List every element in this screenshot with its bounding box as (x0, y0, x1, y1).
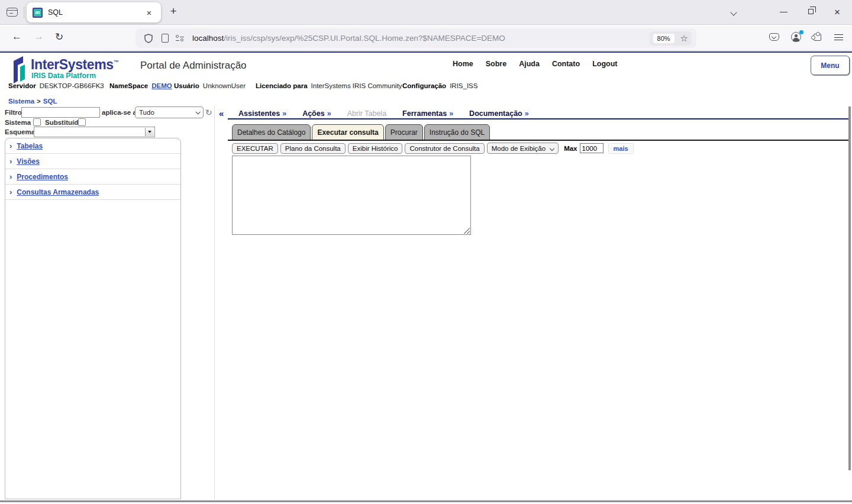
zoom-level-badge[interactable]: 80% (653, 34, 674, 43)
applies-to-select[interactable]: Tudo (135, 106, 204, 118)
menu-acoes[interactable]: Ações» (302, 109, 331, 118)
system-label: Sistema (5, 119, 31, 126)
schema-combobox[interactable] (34, 127, 155, 137)
breadcrumb: Sistema>SQL (8, 98, 57, 105)
url-host: localhost (192, 34, 224, 43)
firefox-view-icon[interactable] (7, 8, 18, 17)
chevron-right-icon: › (9, 141, 12, 150)
double-arrow-icon: » (525, 109, 529, 118)
address-bar[interactable]: localhost/iris_iss/csp/sys/exp/%25CSP.UI… (135, 28, 696, 48)
query-plan-button[interactable]: Plano da Consulta (280, 143, 346, 154)
collapse-sidebar-icon[interactable]: « (219, 108, 224, 118)
menubar-underline (228, 118, 850, 119)
browser-tab[interactable]: IR SQL × (27, 2, 161, 22)
browser-toolbar: ← → ↻ localhost/iris_iss/csp/sys/exp/%25… (0, 25, 852, 51)
new-tab-button[interactable]: + (166, 5, 180, 18)
sidebar-item-consultas-armazenadas[interactable]: › Consultas Armazenadas (5, 185, 180, 200)
query-toolbar: EXECUTAR Plano da Consulta Exibir Histór… (232, 143, 634, 154)
info-config: ConfiguraçãoIRIS_ISS (402, 82, 477, 89)
double-arrow-icon: » (282, 109, 286, 118)
system-checkbox[interactable] (33, 118, 41, 126)
sidebar-item-procedimentos[interactable]: › Procedimentos (5, 169, 180, 185)
list-tabs-chevron-icon[interactable] (730, 9, 737, 15)
breadcrumb-separator: > (37, 98, 41, 105)
sql-query-textarea[interactable] (232, 156, 471, 235)
nav-home-link[interactable]: Home (453, 60, 473, 68)
menu-assistentes[interactable]: Assistentes» (238, 109, 286, 118)
query-builder-button[interactable]: Construtor de Consulta (405, 143, 484, 154)
window-close-button[interactable]: × (834, 7, 840, 18)
url-text[interactable]: localhost/iris_iss/csp/sys/exp/%25CSP.UI… (192, 34, 650, 43)
menu-hamburger-icon[interactable] (834, 34, 843, 41)
max-label: Max (564, 145, 577, 152)
intersystems-logo-icon (12, 56, 28, 84)
shield-icon[interactable] (144, 34, 153, 43)
combo-dropdown-icon[interactable] (145, 128, 154, 136)
override-label: Substituído (45, 119, 82, 126)
double-arrow-icon: » (327, 109, 331, 118)
breadcrumb-system-link[interactable]: Sistema (8, 98, 34, 105)
tab-detalhes-do-catalogo[interactable]: Detalhes do Catálogo (232, 124, 311, 140)
brand-trademark: ™ (114, 59, 119, 65)
server-info-row: ServidorDESKTOP-GB66FK3 NameSpaceDEMO Us… (0, 82, 852, 93)
sidebar-main-divider (214, 105, 215, 500)
schema-label: Esquema (5, 128, 35, 135)
max-rows-input[interactable] (580, 143, 604, 153)
nav-about-link[interactable]: Sobre (486, 60, 506, 68)
reader-page-icon[interactable] (162, 34, 169, 43)
reload-button[interactable]: ↻ (55, 31, 63, 43)
tab-instrucao-do-sql[interactable]: Instrução do SQL (424, 124, 490, 140)
tabs-underline (228, 140, 850, 141)
extensions-icon[interactable] (814, 34, 821, 41)
main-menubar: Assistentes» Ações» Abrir Tabela Ferrame… (238, 109, 529, 118)
account-notification-dot (799, 30, 803, 34)
brand-name: InterSystems™ (31, 57, 118, 73)
filter-input[interactable] (21, 107, 100, 118)
minimize-button[interactable] (780, 12, 788, 12)
page-bottom-edge (0, 500, 852, 502)
tabstrip-separator (24, 7, 24, 18)
execute-button[interactable]: EXECUTAR (232, 143, 278, 154)
content-scrollbar[interactable] (848, 106, 851, 470)
override-checkbox[interactable] (78, 118, 86, 126)
sidebar-item-tabelas[interactable]: › Tabelas (5, 138, 180, 154)
tab-executar-consulta[interactable]: Executar consulta (312, 124, 383, 140)
restore-button[interactable] (808, 9, 814, 14)
chevron-right-icon: › (9, 157, 12, 166)
browser-window: IR SQL × + × ← → ↻ localhost/iris_iss/cs… (0, 0, 852, 504)
tab-procurar[interactable]: Procurar (385, 124, 423, 140)
forward-button[interactable]: → (34, 31, 44, 43)
sidebar-item-visoes[interactable]: › Visões (5, 154, 180, 169)
page-top-accent-line (0, 51, 852, 53)
chevron-down-icon (550, 146, 554, 150)
tab-title: SQL (48, 8, 143, 17)
iris-favicon-icon: IR (33, 8, 43, 18)
urlbar-right-group: 80% ☆ (650, 31, 692, 46)
refresh-icon[interactable]: ↻ (205, 108, 212, 117)
breadcrumb-sql-link[interactable]: SQL (43, 98, 57, 105)
sidebar-list: › Tabelas › Visões › Procedimentos › Con… (5, 138, 181, 499)
menu-documentacao[interactable]: Documentação» (469, 109, 529, 118)
back-button[interactable]: ← (12, 31, 22, 43)
url-path: /iris_iss/csp/sys/exp/%25CSP.UI.Portal.S… (224, 34, 505, 43)
menu-ferramentas[interactable]: Ferramentas» (402, 109, 453, 118)
nav-logout-link[interactable]: Logout (592, 60, 617, 68)
tab-close-icon[interactable]: × (143, 8, 155, 18)
namespace-link[interactable]: DEMO (151, 82, 172, 89)
more-link[interactable]: mais (608, 143, 634, 154)
nav-contact-link[interactable]: Contato (552, 60, 580, 68)
nav-help-link[interactable]: Ajuda (519, 60, 540, 68)
bookmark-star-icon[interactable]: ☆ (680, 33, 688, 44)
menu-button[interactable]: Menu (811, 56, 850, 75)
pocket-icon[interactable] (769, 33, 779, 41)
query-editor-container (232, 156, 471, 235)
chevron-right-icon: › (9, 188, 12, 196)
permissions-icon[interactable] (176, 35, 184, 42)
tab-strip: IR SQL × + × (0, 0, 852, 25)
display-mode-select[interactable]: Modo de Exibição (487, 143, 559, 154)
double-arrow-icon: » (449, 109, 453, 118)
show-history-button[interactable]: Exibir Histórico (348, 143, 403, 154)
filter-label: Filtro (5, 109, 22, 116)
menu-abrir-tabela: Abrir Tabela (347, 109, 386, 118)
info-server: ServidorDESKTOP-GB66FK3 (8, 82, 104, 89)
